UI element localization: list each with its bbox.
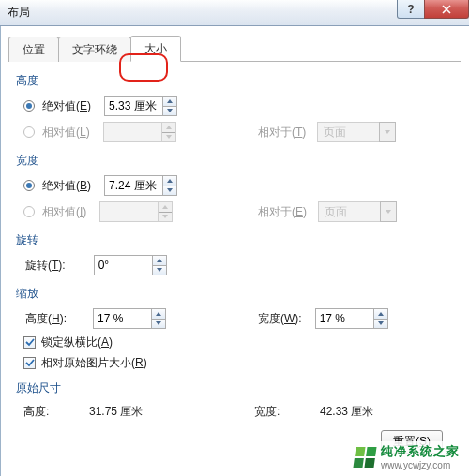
label-height-relative-to: 相对于(T) xyxy=(258,125,306,141)
label-height-relative: 相对值(L) xyxy=(42,125,90,141)
label-lock-aspect: 锁定纵横比(A) xyxy=(41,335,113,350)
watermark-line2: www.ycwjzy.com xyxy=(381,460,460,470)
chevron-down-icon[interactable] xyxy=(153,266,166,275)
label-width-relative-to: 相对于(E) xyxy=(258,204,307,220)
question-icon: ? xyxy=(407,3,414,16)
checkbox-lock-aspect[interactable] xyxy=(23,336,36,349)
spin-buttons[interactable] xyxy=(152,255,167,275)
lock-aspect-row: 锁定纵横比(A) xyxy=(23,332,456,352)
size-panel: 高度 绝对值(E) 相对值(L) 相对于(T) xyxy=(1,62,469,454)
spin-buttons[interactable] xyxy=(162,96,177,116)
chevron-up-icon[interactable] xyxy=(152,309,165,320)
chevron-down-icon[interactable] xyxy=(152,320,165,329)
close-button[interactable] xyxy=(424,0,469,19)
spinner-rotate[interactable] xyxy=(94,255,167,275)
check-icon xyxy=(25,358,35,367)
radio-width-absolute[interactable] xyxy=(23,180,35,191)
input-height-absolute[interactable] xyxy=(104,96,162,116)
input-width-absolute[interactable] xyxy=(104,175,162,196)
help-button[interactable]: ? xyxy=(397,0,425,19)
chevron-up-icon[interactable] xyxy=(153,256,166,266)
spinner-scale-height[interactable] xyxy=(93,308,166,329)
tab-text-wrap[interactable]: 文字环绕 xyxy=(58,37,131,62)
tab-position[interactable]: 位置 xyxy=(8,37,59,62)
label-relative-original: 相对原始图片大小(R) xyxy=(41,355,147,371)
chevron-down-icon[interactable] xyxy=(374,320,387,329)
input-rotate[interactable] xyxy=(94,255,152,275)
chevron-down-icon xyxy=(379,122,396,142)
combo-value: 页面 xyxy=(318,201,380,222)
chevron-up-icon[interactable] xyxy=(163,97,176,107)
watermark-line1: 纯净系统之家 xyxy=(381,443,460,460)
spinner-width-relative xyxy=(99,201,173,222)
close-icon xyxy=(442,5,451,14)
height-abs-row: 绝对值(E) xyxy=(23,93,456,119)
input-height-relative xyxy=(103,122,161,142)
orig-height-label: 高度: xyxy=(23,404,89,420)
scale-row: 高度(H): 宽度(W): xyxy=(23,305,456,332)
chevron-down-icon[interactable] xyxy=(163,186,176,196)
label-height-absolute: 绝对值(E) xyxy=(42,98,91,114)
window-title: 布局 xyxy=(8,5,30,21)
radio-height-absolute[interactable] xyxy=(23,100,35,112)
spin-buttons-disabled xyxy=(158,201,173,222)
section-rotate: 旋转 xyxy=(16,232,456,248)
orig-width-label: 宽度: xyxy=(254,404,320,420)
chevron-up-icon[interactable] xyxy=(163,176,176,186)
spinner-scale-width[interactable] xyxy=(315,308,388,329)
rotate-row: 旋转(T): xyxy=(23,252,456,278)
radio-width-relative xyxy=(23,206,35,217)
orig-width-value: 42.33 厘米 xyxy=(320,404,373,420)
width-rel-row: 相对值(I) 相对于(E) 页面 xyxy=(23,199,456,225)
spin-buttons[interactable] xyxy=(162,175,177,196)
label-scale-height: 高度(H): xyxy=(25,311,67,327)
chevron-down-icon[interactable] xyxy=(163,107,176,116)
checkbox-relative-original[interactable] xyxy=(23,357,36,369)
spin-buttons[interactable] xyxy=(373,308,388,329)
spin-buttons-disabled xyxy=(161,122,176,142)
input-scale-height[interactable] xyxy=(93,308,151,329)
tab-size[interactable]: 大小 xyxy=(130,36,181,62)
label-scale-width: 宽度(W): xyxy=(258,311,302,327)
combo-height-relative-to: 页面 xyxy=(317,122,396,142)
orig-height-value: 31.75 厘米 xyxy=(89,404,254,420)
width-abs-row: 绝对值(B) xyxy=(23,172,456,199)
watermark-logo-icon xyxy=(353,447,376,468)
chevron-up-icon[interactable] xyxy=(374,309,387,320)
watermark: 纯净系统之家 www.ycwjzy.com xyxy=(351,441,463,472)
combo-width-relative-to: 页面 xyxy=(318,201,397,222)
section-height: 高度 xyxy=(16,73,456,89)
input-scale-width[interactable] xyxy=(315,308,373,329)
spinner-height-relative xyxy=(103,122,176,142)
check-icon xyxy=(25,337,35,347)
label-width-absolute: 绝对值(B) xyxy=(42,178,91,194)
relative-original-row: 相对原始图片大小(R) xyxy=(23,352,456,373)
section-width: 宽度 xyxy=(16,153,456,169)
chevron-down-icon xyxy=(380,201,397,222)
height-rel-row: 相对值(L) 相对于(T) 页面 xyxy=(23,119,456,145)
section-scale: 缩放 xyxy=(16,286,456,302)
client-area: 位置 文字环绕 大小 高度 绝对值(E) 相对值(L) xyxy=(0,26,469,476)
original-size-row: 高度: 31.75 厘米 宽度: 42.33 厘米 xyxy=(23,400,456,423)
watermark-text: 纯净系统之家 www.ycwjzy.com xyxy=(381,443,460,470)
label-width-relative: 相对值(I) xyxy=(42,204,86,220)
section-original: 原始尺寸 xyxy=(16,380,456,396)
label-rotate: 旋转(T): xyxy=(25,258,66,274)
spin-buttons[interactable] xyxy=(151,308,166,329)
titlebar-buttons: ? xyxy=(398,0,469,21)
combo-value: 页面 xyxy=(317,122,379,142)
spinner-height-absolute[interactable] xyxy=(104,96,177,116)
titlebar: 布局 ? xyxy=(0,0,469,26)
radio-height-relative xyxy=(23,126,35,138)
input-width-relative xyxy=(99,201,158,222)
tab-strip: 位置 文字环绕 大小 xyxy=(8,34,461,62)
spinner-width-absolute[interactable] xyxy=(104,175,177,196)
